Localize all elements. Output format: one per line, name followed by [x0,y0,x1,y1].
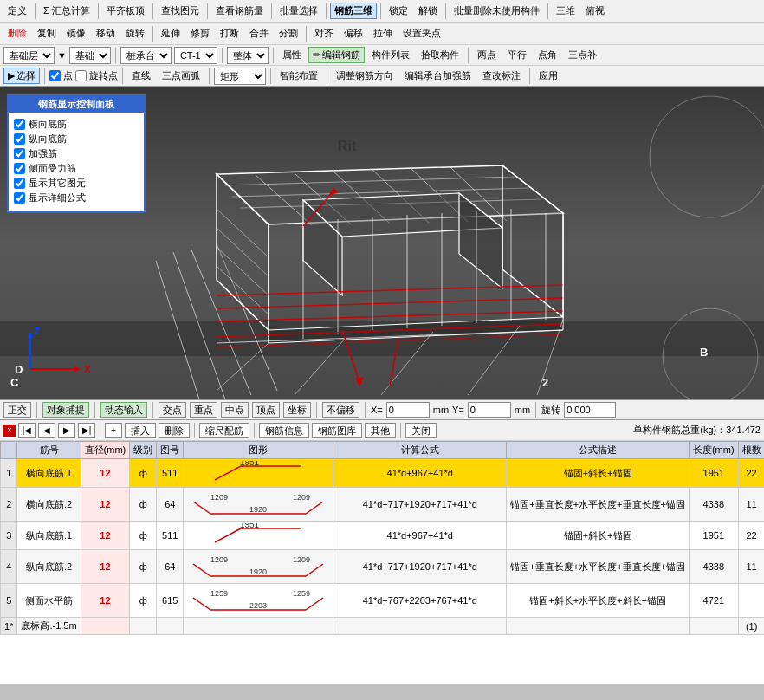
toolbar-top-view[interactable]: 俯视 [581,3,609,19]
toolbar-split[interactable]: 分割 [275,25,302,42]
toolbar-arc[interactable]: 三点画弧 [158,68,204,84]
scope-select[interactable]: 整体 [227,47,269,64]
component-select[interactable]: 桩承台 [120,47,172,64]
toolbar-mirror[interactable]: 镜像 [62,25,90,42]
nav-add[interactable]: + [105,423,122,438]
nav-delete[interactable]: 删除 [159,423,190,438]
y-input[interactable] [468,402,511,418]
toolbar-extend[interactable]: 延伸 [157,25,185,42]
status-no-offset[interactable]: 不偏移 [322,402,359,418]
toolbar-check-mark[interactable]: 查改标注 [478,68,525,84]
col-header-shape[interactable]: 图号 [157,442,184,459]
toolbar-align-top[interactable]: 平齐板顶 [102,3,149,19]
toolbar-merge[interactable]: 合并 [245,25,273,42]
toolbar-property[interactable]: 属性 [278,47,306,63]
toolbar-define[interactable]: 定义 [3,3,31,19]
nav-insert[interactable]: 插入 [125,423,156,438]
cp-item-1[interactable]: 纵向底筋 [14,133,139,146]
col-header-figure[interactable]: 图形 [184,442,333,459]
col-header-desc[interactable]: 公式描述 [507,442,690,459]
x-input[interactable] [386,402,430,418]
status-intersection[interactable]: 交点 [159,402,186,418]
col-header-formula[interactable]: 计算公式 [333,442,507,459]
nav-scale-rebar[interactable]: 缩尺配筋 [199,423,249,438]
toolbar-view-rebar[interactable]: 查看钢筋量 [211,3,268,19]
3d-viewport[interactable]: 钢筋显示控制面板 横向底筋 纵向底筋 加强筋 侧面受力筋 显示其它图元 显示详细… [0,88,764,399]
status-center[interactable]: 中点 [221,402,249,418]
toolbar-move[interactable]: 移动 [92,25,120,42]
base-select[interactable]: 基础 [69,47,111,64]
toolbar-line[interactable]: 直线 [127,68,155,84]
nav-first[interactable]: |◀ [18,423,36,438]
table-row[interactable]: 1横向底筋.112ф511 1951 41*d+967+41*d锚固+斜长+锚固… [1,459,765,488]
cp-item-3[interactable]: 侧面受力筋 [14,162,139,175]
toolbar-batch-delete[interactable]: 批量删除未使用构件 [450,3,544,19]
rotate-point-checkbox[interactable]: 旋转点 [75,69,118,82]
table-row[interactable]: 1* 底标高.-1.5m (1) [1,618,765,635]
col-header-num[interactable]: 筋号 [17,442,81,459]
toolbar-align[interactable]: 对齐 [310,25,338,42]
toolbar-pick-component[interactable]: 拾取构件 [417,47,463,63]
nav-rebar-info[interactable]: 钢筋信息 [259,423,309,438]
toolbar-three-point[interactable]: 三点补 [564,47,601,63]
toolbar-smart-layout[interactable]: 智能布置 [275,68,322,84]
col-header-count[interactable]: 根数 [738,442,764,459]
status-coord[interactable]: 坐标 [283,402,311,418]
toolbar-find-element[interactable]: 查找图元 [157,3,204,19]
table-row[interactable]: 5侧面水平筋12ф615 1259 2203 1259 41*d+767+220… [1,584,765,618]
status-object-snap[interactable]: 对象捕提 [42,402,89,418]
floor-select[interactable]: 基础层 [3,47,55,64]
cp-item-4[interactable]: 显示其它图元 [14,177,139,190]
toolbar-rect-select[interactable]: 矩形 [214,68,266,85]
toolbar-delete[interactable]: 删除 [3,25,31,42]
cp-item-0[interactable]: 横向底筋 [14,118,139,131]
toolbar-copy[interactable]: 复制 [33,25,61,42]
toolbar-edit-bearing[interactable]: 编辑承台加强筋 [400,68,476,84]
status-vertex[interactable]: 顶点 [252,402,280,418]
toolbar-rebar-3d[interactable]: 钢筋三维 [330,3,377,19]
toolbar-component-list[interactable]: 构件列表 [367,47,414,63]
toolbar-edit-rebar[interactable]: ✏编辑钢筋 [308,47,365,63]
cp-item-5[interactable]: 显示详细公式 [14,191,139,204]
cp-item-2[interactable]: 加强筋 [14,147,139,160]
table-row[interactable]: 4纵向底筋.212ф64 1209 1920 1209 41*d+717+192… [1,550,765,584]
nav-rebar-library[interactable]: 钢筋图库 [312,423,362,438]
point-checkbox[interactable]: 点 [49,69,73,82]
toolbar-lock[interactable]: 锁定 [385,3,412,19]
table-row[interactable]: 3纵向底筋.112ф511 1951 41*d+967+41*d锚固+斜长+锚固… [1,522,765,550]
sep [254,423,255,438]
col-header-grade[interactable]: 级别 [130,442,157,459]
toolbar-two-point[interactable]: 两点 [473,47,501,63]
nav-next[interactable]: ▶ [58,423,75,438]
col-header-diameter[interactable]: 直径(mm) [81,442,130,459]
toolbar-rotate[interactable]: 旋转 [121,25,149,42]
nav-last[interactable]: ▶| [78,423,95,438]
toolbar-parallel[interactable]: 平行 [503,47,531,63]
status-dynamic-input[interactable]: 动态输入 [100,402,147,418]
toolbar-offset[interactable]: 偏移 [340,25,367,42]
toolbar-select[interactable]: ▶ 选择 [3,68,40,84]
nav-close[interactable]: 关闭 [405,423,437,438]
table-row[interactable]: 2横向底筋.212ф64 1209 1920 1209 41*d+717+192… [1,488,765,522]
toolbar-sum[interactable]: Σ 汇总计算 [39,3,94,19]
close-red-btn[interactable]: × [3,425,16,437]
nav-other[interactable]: 其他 [365,423,396,438]
toolbar-adjust-direction[interactable]: 调整钢筋方向 [332,68,398,84]
row-num: 1 [1,459,17,488]
data-table-container[interactable]: 筋号 直径(mm) 级别 图号 图形 计算公式 公式描述 长度(mm) 根数 1… [0,441,764,684]
toolbar-unlock[interactable]: 解锁 [414,3,442,19]
toolbar-break[interactable]: 打断 [216,25,243,42]
nav-prev[interactable]: ◀ [38,423,55,438]
status-orthogonal[interactable]: 正交 [3,402,31,418]
col-header-length[interactable]: 长度(mm) [689,442,738,459]
component-value-select[interactable]: CT-1 [174,47,217,64]
toolbar-batch-select[interactable]: 批量选择 [275,3,322,19]
toolbar-set-grip[interactable]: 设置夹点 [398,25,445,42]
toolbar-apply[interactable]: 应用 [534,68,562,84]
toolbar-trim[interactable]: 修剪 [186,25,214,42]
toolbar-stretch[interactable]: 拉伸 [369,25,397,42]
toolbar-3d[interactable]: 三维 [552,3,579,19]
status-midpoint[interactable]: 重点 [190,402,217,418]
rotate-input[interactable] [564,402,616,418]
toolbar-point-angle[interactable]: 点角 [534,47,561,63]
